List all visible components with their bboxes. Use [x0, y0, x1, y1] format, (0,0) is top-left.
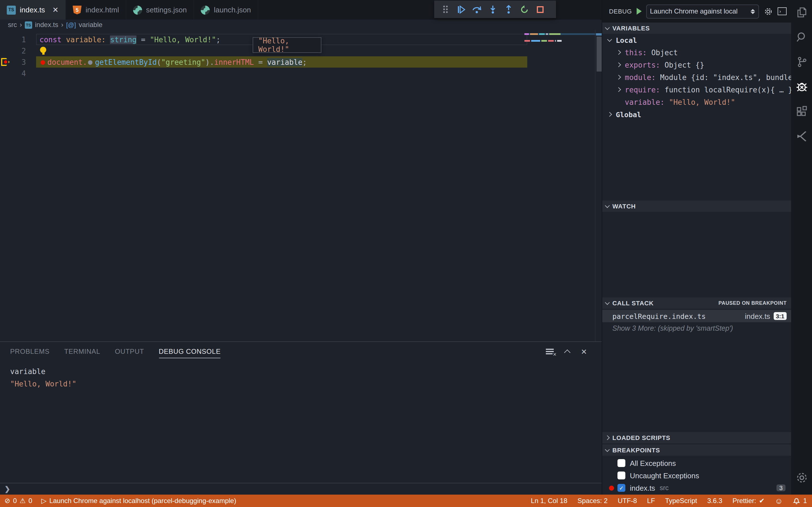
notifications-bell[interactable]: 1: [788, 495, 812, 507]
call-stack-section-header[interactable]: CALL STACK PAUSED ON BREAKPOINT: [602, 297, 791, 309]
tab-label: index.html: [86, 6, 119, 14]
editor-tab-bar: TS index.ts ✕ 5 index.html settings.json…: [0, 0, 602, 20]
language-mode[interactable]: TypeScript: [660, 495, 702, 507]
breakpoint-row-index-ts[interactable]: ✓ index.ts src 3: [602, 482, 791, 494]
breadcrumb-symbol[interactable]: variable: [79, 21, 102, 29]
feedback-smiley-icon[interactable]: ☺: [770, 495, 788, 507]
manage-gear-icon[interactable]: [791, 465, 812, 490]
launch-config-value: Launch Chrome against local: [650, 7, 747, 15]
step-out-button[interactable]: [502, 3, 515, 16]
eol-sequence[interactable]: LF: [642, 495, 660, 507]
scope-local[interactable]: Local: [602, 34, 791, 46]
code-editor[interactable]: 1 const variable: string = "Hello, World…: [0, 30, 602, 341]
checkbox-unchecked[interactable]: [617, 459, 625, 467]
explorer-icon[interactable]: [791, 0, 812, 25]
dropdown-arrows-icon: [751, 9, 755, 14]
step-over-button[interactable]: [470, 3, 484, 16]
breakpoint-row-all-exceptions[interactable]: All Exceptions: [602, 457, 791, 469]
variable-value: function localRequire(x){ … }: [660, 86, 793, 94]
extensions-icon[interactable]: [791, 99, 812, 124]
minimap[interactable]: [524, 33, 562, 107]
call-stack-frame[interactable]: parcelRequire.index.ts index.ts 3:1: [602, 310, 791, 322]
inline-breakpoint-icon[interactable]: [41, 60, 45, 65]
errors-icon: ⊘: [4, 497, 10, 505]
debug-icon[interactable]: [791, 74, 812, 99]
tab-index-ts[interactable]: TS index.ts ✕: [0, 0, 66, 20]
debug-view-header: DEBUG Launch Chrome against local ›: [602, 0, 791, 22]
breadcrumb-file[interactable]: index.ts: [35, 21, 58, 29]
chevron-right-icon: [607, 112, 612, 117]
breakpoints-section-header[interactable]: BREAKPOINTS: [602, 445, 791, 456]
minimap-line: [524, 33, 602, 35]
lightbulb-icon[interactable]: [40, 47, 46, 53]
typescript-file-icon: TS: [25, 21, 32, 29]
tab-index-html[interactable]: 5 index.html: [66, 0, 126, 20]
scope-global[interactable]: Global: [602, 108, 791, 121]
error-count: 0: [13, 497, 17, 505]
editor-scrollbar[interactable]: [597, 37, 602, 71]
start-debug-icon[interactable]: [637, 8, 642, 15]
code-line-4[interactable]: 4: [0, 68, 602, 79]
breadcrumb-folder[interactable]: src: [8, 21, 17, 29]
code-token: variable:: [61, 35, 106, 44]
console-expression: variable: [10, 365, 602, 378]
variable-row[interactable]: exports: Object {}: [602, 59, 791, 71]
debug-console-output[interactable]: variable "Hello, World!": [0, 361, 602, 483]
variable-row[interactable]: module: Module {id: "index.ts", bundle: …: [602, 71, 791, 83]
watch-section-header[interactable]: WATCH: [602, 201, 791, 212]
search-icon[interactable]: [791, 25, 812, 50]
tab-debug-console[interactable]: DEBUG CONSOLE: [159, 342, 221, 361]
breadcrumb[interactable]: src › TS index.ts › [@] variable: [0, 20, 602, 30]
paused-status-label: PAUSED ON BREAKPOINT: [718, 300, 791, 306]
close-panel-icon[interactable]: ✕: [581, 347, 587, 356]
loaded-scripts-section-header[interactable]: LOADED SCRIPTS: [602, 432, 791, 443]
inline-breakpoint-candidate-icon[interactable]: [88, 60, 93, 65]
variable-row[interactable]: this: Object: [602, 46, 791, 59]
launch-status[interactable]: ▷ Launch Chrome against localhost (parce…: [37, 495, 241, 507]
drag-handle-icon[interactable]: [439, 3, 452, 16]
code-line-3[interactable]: 3 document.getElementById("greeting").in…: [0, 56, 602, 68]
vs-live-share-icon[interactable]: [791, 124, 812, 149]
checkbox-unchecked[interactable]: [617, 471, 625, 480]
code-token: innerHTML: [214, 58, 254, 66]
typescript-version[interactable]: 3.6.3: [702, 495, 727, 507]
problems-status[interactable]: ⊘ 0 ⚠ 0: [0, 495, 37, 507]
chevron-right-icon: [605, 436, 610, 440]
breakpoint-row-uncaught-exceptions[interactable]: Uncaught Exceptions: [602, 469, 791, 482]
tab-launch-json[interactable]: launch.json: [194, 0, 258, 20]
variable-name: exports:: [625, 61, 660, 69]
code-token: ;: [216, 35, 220, 44]
tab-settings-json[interactable]: settings.json: [126, 0, 194, 20]
code-token: const: [40, 35, 61, 44]
show-more-frames[interactable]: Show 3 More: (skipped by 'smartStep'): [602, 322, 791, 335]
encoding[interactable]: UTF-8: [613, 495, 642, 507]
tab-output[interactable]: OUTPUT: [115, 342, 144, 361]
variable-row[interactable]: variable: "Hello, World!": [602, 96, 791, 108]
clear-console-icon[interactable]: [546, 349, 554, 354]
debug-settings-gear-icon[interactable]: [763, 6, 773, 16]
prettier-status[interactable]: Prettier: ✔: [727, 495, 770, 507]
cursor-position[interactable]: Ln 1, Col 18: [526, 495, 572, 507]
breakpoint-label: All Exceptions: [630, 459, 676, 467]
indentation[interactable]: Spaces: 2: [572, 495, 613, 507]
step-into-button[interactable]: [486, 3, 500, 16]
stop-button[interactable]: [534, 3, 547, 16]
checkbox-checked[interactable]: ✓: [617, 484, 625, 492]
maximize-panel-icon[interactable]: [565, 348, 569, 355]
source-control-icon[interactable]: [791, 50, 812, 74]
variable-row[interactable]: require: function localRequire(x){ … }: [602, 83, 791, 96]
debug-console-icon[interactable]: ›: [777, 7, 786, 15]
close-icon[interactable]: ✕: [52, 6, 59, 14]
restart-button[interactable]: [518, 3, 531, 16]
debug-console-input[interactable]: ❯: [0, 483, 602, 495]
tab-problems[interactable]: PROBLEMS: [10, 342, 50, 361]
section-title: WATCH: [612, 203, 636, 210]
variable-name: require:: [625, 86, 660, 94]
variables-section-header[interactable]: VARIABLES: [602, 22, 791, 34]
code-token: "greeting": [161, 58, 206, 66]
json-file-icon: [133, 5, 142, 14]
chevron-down-icon: [605, 25, 610, 30]
launch-config-dropdown[interactable]: Launch Chrome against local: [646, 4, 759, 18]
tab-terminal[interactable]: TERMINAL: [64, 342, 100, 361]
continue-button[interactable]: [455, 3, 468, 16]
